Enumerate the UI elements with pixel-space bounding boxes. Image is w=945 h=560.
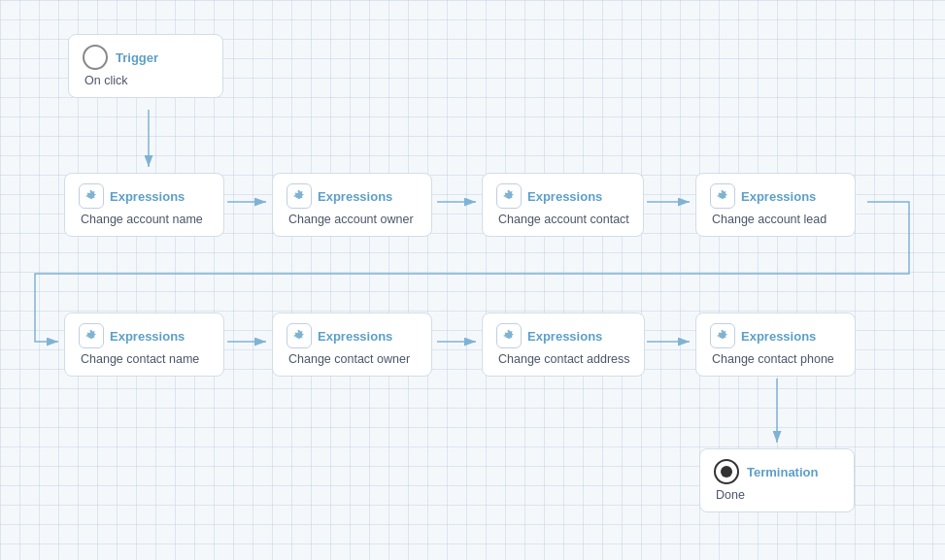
node-type-label: Expressions bbox=[110, 329, 185, 344]
node-label: Change account owner bbox=[287, 213, 418, 226]
gear-icon bbox=[710, 183, 735, 209]
node-n4[interactable]: Expressions Change account lead bbox=[695, 173, 856, 237]
node-type-label: Expressions bbox=[527, 329, 602, 344]
node-n3[interactable]: Expressions Change account contact bbox=[482, 173, 644, 237]
node-type-label: Expressions bbox=[741, 329, 816, 344]
node-n5[interactable]: Expressions Change contact name bbox=[64, 313, 224, 377]
node-n2[interactable]: Expressions Change account owner bbox=[272, 173, 432, 237]
trigger-label: On click bbox=[83, 74, 209, 87]
trigger-header: Trigger bbox=[83, 45, 209, 70]
gear-icon bbox=[79, 183, 104, 209]
node-n8[interactable]: Expressions Change contact phone bbox=[695, 313, 856, 377]
gear-icon bbox=[496, 183, 522, 209]
node-label: Change contact name bbox=[79, 352, 210, 366]
node-type-label: Expressions bbox=[318, 189, 392, 204]
node-label: Change account contact bbox=[496, 213, 629, 226]
termination-header: Termination bbox=[714, 459, 840, 484]
node-type-label: Expressions bbox=[741, 189, 816, 204]
node-label: Change contact address bbox=[496, 352, 630, 366]
termination-type-label: Termination bbox=[747, 465, 818, 479]
node-type-label: Expressions bbox=[527, 189, 602, 204]
gear-icon bbox=[496, 323, 522, 348]
gear-icon bbox=[287, 183, 312, 209]
trigger-type-label: Trigger bbox=[116, 50, 158, 65]
termination-icon bbox=[714, 459, 739, 484]
node-type-label: Expressions bbox=[318, 329, 392, 344]
node-label: Change account name bbox=[79, 213, 210, 226]
termination-icon-inner bbox=[721, 466, 732, 478]
node-n1[interactable]: Expressions Change account name bbox=[64, 173, 224, 237]
node-label: Change contact phone bbox=[710, 352, 841, 366]
node-n6[interactable]: Expressions Change contact owner bbox=[272, 313, 432, 377]
gear-icon bbox=[287, 323, 312, 348]
workflow-canvas: Trigger On click Expressions Change acco… bbox=[0, 0, 945, 560]
node-n7[interactable]: Expressions Change contact address bbox=[482, 313, 645, 377]
trigger-icon bbox=[83, 45, 108, 70]
trigger-node[interactable]: Trigger On click bbox=[68, 34, 223, 98]
node-type-label: Expressions bbox=[110, 189, 185, 204]
gear-icon bbox=[710, 323, 735, 348]
node-label: Change account lead bbox=[710, 213, 841, 226]
gear-icon bbox=[79, 323, 104, 348]
node-label: Change contact owner bbox=[287, 352, 418, 366]
termination-label: Done bbox=[714, 488, 840, 502]
termination-node[interactable]: Termination Done bbox=[699, 448, 855, 512]
